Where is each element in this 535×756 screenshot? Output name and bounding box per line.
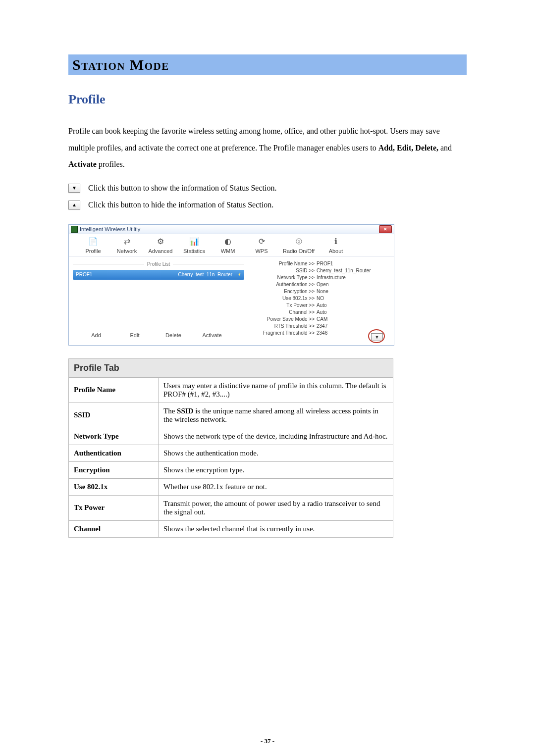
chevron-up-icon[interactable]: ▲: [68, 201, 80, 209]
intro-p3: profiles.: [99, 160, 125, 168]
profile-row-ssid: Cherry_test_11n_Router: [178, 272, 232, 277]
delete-button[interactable]: Delete: [161, 332, 186, 338]
app-icon: [71, 226, 78, 233]
table-row: Profile Name Users may enter a distincti…: [69, 377, 393, 403]
table-row: SSID The SSID is the unique name shared …: [69, 403, 393, 428]
profile-row-name: PROF1: [76, 272, 92, 277]
titlebar: Intelligent Wireless Utiltiy ✕: [69, 225, 394, 234]
ptab-v-channel: Shows the selected channel that is curre…: [159, 520, 393, 537]
signal-icon: ✶: [237, 272, 241, 277]
profile-list-pane: Profile List PROF1 Cherry_test_11n_Route…: [69, 256, 248, 345]
table-row: Authentication Shows the authentication …: [69, 445, 393, 461]
ptab-k-channel: Channel: [69, 520, 159, 537]
tab-wmm-label: WMM: [221, 248, 235, 254]
table-row: Tx Power Transmit power, the amount of p…: [69, 495, 393, 520]
profile-list-heading-text: Profile List: [147, 261, 170, 267]
tab-wps[interactable]: ⟳ WPS: [249, 236, 274, 254]
kv-v-txpower: Auto: [316, 302, 327, 308]
ssid-bold: SSID: [177, 407, 193, 415]
tab-advanced-label: Advanced: [149, 248, 173, 254]
kv-v-encryption: None: [316, 289, 328, 294]
kv-v-use8021x: NO: [316, 296, 324, 301]
edit-button[interactable]: Edit: [122, 332, 147, 338]
tab-network[interactable]: ⇄ Network: [114, 236, 139, 254]
kv-v-ssid: Cherry_test_11n_Router: [316, 268, 371, 273]
ptab-v-use8021x: Whether use 802.1x feature or not.: [159, 478, 393, 495]
tab-statistics[interactable]: 📊 Statistics: [182, 236, 207, 254]
profile-icon: 📄: [86, 236, 100, 247]
ptab-k-auth: Authentication: [69, 445, 159, 461]
profile-list-heading: Profile List: [73, 261, 244, 267]
ptab-v-profile-name: Users may enter a distinctive name of pr…: [159, 377, 393, 403]
kv-v-auth: Open: [316, 282, 328, 287]
ptab-k-txpower: Tx Power: [69, 495, 159, 520]
ptab-v-auth: Shows the authentication mode.: [159, 445, 393, 461]
tab-about[interactable]: ℹ About: [323, 236, 348, 254]
kv-v-psm: CAM: [316, 316, 327, 322]
about-icon: ℹ: [329, 236, 343, 247]
kv-k-frag: Fragment Threshold >>: [250, 330, 316, 336]
tab-network-label: Network: [117, 248, 137, 254]
banner-title: Station Mode: [72, 56, 169, 73]
radio-icon: ⦾: [292, 236, 306, 247]
intro-bold-2: Activate: [68, 160, 97, 168]
window-title: Intelligent Wireless Utiltiy: [80, 226, 140, 232]
wmm-icon: ◐: [221, 236, 235, 247]
kv-k-use8021x: Use 802.1x >>: [250, 296, 316, 301]
kv-k-psm: Power Save Mode >>: [250, 316, 316, 322]
tab-profile[interactable]: 📄 Profile: [81, 236, 106, 254]
intro-p2: and: [440, 144, 452, 152]
ptab-k-use8021x: Use 802.1x: [69, 478, 159, 495]
ptab-k-encryption: Encryption: [69, 461, 159, 478]
ptab-v-txpower: Transmit power, the amount of power used…: [159, 495, 393, 520]
kv-v-network-type: Infrastructure: [316, 275, 346, 280]
kv-k-profile-name: Profile Name >>: [250, 261, 316, 266]
page-number: - 37 -: [0, 737, 535, 745]
network-icon: ⇄: [120, 236, 134, 247]
bullet-hide-text: Click this button to hide the informatio…: [88, 201, 273, 209]
ptab-k-ssid: SSID: [69, 403, 159, 428]
kv-v-profile-name: PROF1: [316, 261, 333, 266]
ptab-v-ssid: The SSID is the unique name shared among…: [159, 403, 393, 428]
tab-wmm[interactable]: ◐ WMM: [215, 236, 240, 254]
table-row: Channel Shows the selected channel that …: [69, 520, 393, 537]
banner: Station Mode: [68, 54, 467, 75]
table-row: Network Type Shows the network type of t…: [69, 428, 393, 445]
table-row: Use 802.1x Whether use 802.1x feature or…: [69, 478, 393, 495]
tab-radio-label: Radio On/Off: [283, 248, 315, 254]
toolbar: 📄 Profile ⇄ Network ⚙ Advanced 📊 Statist…: [69, 234, 394, 256]
tab-about-label: About: [329, 248, 343, 254]
intro-paragraph: Profile can book keeping the favorite wi…: [68, 123, 467, 173]
add-button[interactable]: Add: [84, 332, 108, 338]
kv-k-network-type: Network Type >>: [250, 275, 316, 280]
profile-row-selected[interactable]: PROF1 Cherry_test_11n_Router ✶: [73, 270, 244, 280]
wps-icon: ⟳: [255, 236, 268, 247]
section-heading-profile: Profile: [68, 92, 467, 107]
kv-k-encryption: Encryption >>: [250, 289, 316, 294]
chart-icon: 📊: [187, 236, 201, 247]
ptab-v-encryption: Shows the encryption type.: [159, 461, 393, 478]
ptab-k-profile-name: Profile Name: [69, 377, 159, 403]
ssid-pre: The: [163, 407, 177, 415]
activate-button[interactable]: Activate: [200, 332, 224, 338]
kv-k-auth: Authentication >>: [250, 282, 316, 287]
chevron-down-icon[interactable]: ▼: [68, 184, 80, 193]
tab-profile-label: Profile: [85, 248, 101, 254]
table-row: Encryption Shows the encryption type.: [69, 461, 393, 478]
bullet-show-text: Click this button to show the informatio…: [88, 184, 276, 193]
profile-tab-header: Profile Tab: [69, 358, 393, 377]
kv-k-ssid: SSID >>: [250, 268, 316, 273]
ptab-k-network-type: Network Type: [69, 428, 159, 445]
gear-icon: ⚙: [154, 236, 167, 247]
kv-k-rts: RTS Threshold >>: [250, 323, 316, 329]
kv-v-frag: 2346: [316, 330, 327, 336]
tab-radio[interactable]: ⦾ Radio On/Off: [283, 236, 315, 254]
kv-k-channel: Channel >>: [250, 309, 316, 315]
kv-k-txpower: Tx Power >>: [250, 302, 316, 308]
intro-bold-1: Add, Edit, Delete,: [378, 144, 438, 152]
tab-statistics-label: Statistics: [183, 248, 205, 254]
status-expand-highlight: [368, 329, 385, 343]
tab-advanced[interactable]: ⚙ Advanced: [148, 236, 173, 254]
ssid-post: is the unique name shared among all wire…: [163, 407, 378, 423]
close-icon[interactable]: ✕: [379, 225, 392, 233]
